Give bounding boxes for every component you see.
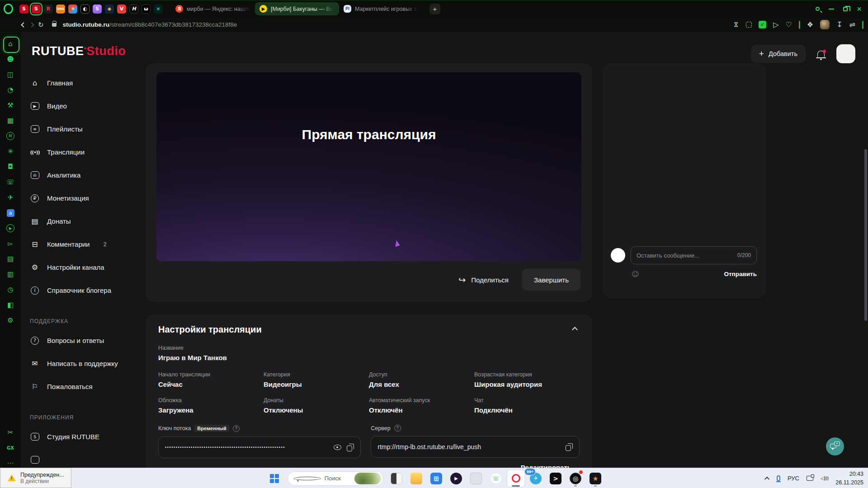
tab-video-mirbi[interactable]: ▶ [Мирби] Бакуганы — Ви bbox=[255, 2, 339, 15]
bookmark-heart-icon[interactable]: ♡ bbox=[786, 20, 792, 29]
emoji-smiley-icon[interactable]: ☺ bbox=[632, 270, 639, 278]
minimize-button[interactable] bbox=[829, 9, 834, 9]
nav-streams[interactable]: ((•)) Трансляции bbox=[27, 141, 145, 164]
support-chat-fab[interactable]: + bbox=[826, 437, 844, 455]
tab-yandex-search[interactable]: Я мирби — Яндекс: нашло bbox=[171, 2, 255, 15]
pinned-s-red-1[interactable]: S bbox=[19, 5, 28, 14]
finish-stream-button[interactable]: Завершить bbox=[522, 269, 580, 291]
player-popout-icon[interactable]: ▷ bbox=[773, 20, 778, 29]
tab-marketplace[interactable]: PI Маркетплейс игровых то bbox=[339, 2, 423, 15]
tune-icon[interactable]: ⇌ bbox=[849, 20, 855, 29]
new-tab-button[interactable]: + bbox=[429, 4, 440, 14]
pin-hourglass-icon[interactable]: ⋈ bbox=[733, 22, 740, 28]
taskbar-terminal[interactable]: > bbox=[547, 470, 564, 487]
chatgpt-icon[interactable]: ✳ bbox=[0, 144, 21, 159]
notifications-bell-icon[interactable] bbox=[817, 51, 825, 57]
browser-search-icon[interactable] bbox=[816, 7, 820, 11]
maximize-button[interactable] bbox=[843, 7, 848, 11]
pinned-five[interactable]: 5 bbox=[93, 5, 102, 14]
taskbar-notes[interactable] bbox=[467, 470, 485, 487]
whatsapp-icon[interactable]: ☏ bbox=[0, 174, 21, 190]
pinned-h[interactable]: H bbox=[129, 5, 138, 14]
opera-gx-logo-icon[interactable] bbox=[4, 4, 13, 14]
stream-key-input[interactable]: ••••••••••••••••••••••••••••••••••••••••… bbox=[158, 436, 361, 458]
url-field[interactable]: studio.rutube.ru/stream/c8b8c407e3673db3… bbox=[63, 21, 237, 28]
volume-icon[interactable]: ◁))) bbox=[821, 475, 828, 481]
extensions-icon[interactable]: ❖ bbox=[807, 20, 813, 29]
history-clock-icon[interactable]: ◷ bbox=[0, 282, 21, 297]
pinned-paw[interactable]: ✳ bbox=[68, 5, 77, 14]
add-button[interactable]: + Добавить bbox=[751, 45, 806, 63]
forward-button[interactable] bbox=[29, 22, 34, 27]
copy-server-icon[interactable] bbox=[566, 443, 573, 451]
taskbar-obs[interactable]: ◎ bbox=[567, 470, 584, 487]
gx-corner-icon[interactable]: GX bbox=[0, 440, 21, 455]
back-button[interactable] bbox=[21, 22, 26, 27]
help-icon[interactable]: ? bbox=[233, 425, 240, 432]
extensions-icon[interactable]: ◧ bbox=[0, 297, 21, 313]
taskbar-whatsapp[interactable]: ☏ bbox=[487, 470, 505, 487]
nav-report[interactable]: ⚐ Пожаловаться bbox=[27, 375, 145, 398]
chat-message-input[interactable]: Оставить сообщение... 0/200 bbox=[631, 246, 757, 264]
pinned-vivaldi[interactable]: V bbox=[117, 5, 126, 14]
nav-playlists[interactable]: ≡ Плейлисты bbox=[27, 117, 145, 141]
telegram-icon[interactable]: ✈ bbox=[0, 190, 21, 205]
nav-channel-settings[interactable]: ⚙ Настройки канала bbox=[27, 256, 145, 279]
nav-comments[interactable]: ⊟ Комментарии 2 bbox=[27, 233, 145, 256]
taskbar-explorer[interactable] bbox=[408, 470, 425, 487]
nav-faq[interactable]: ? Вопросы и ответы bbox=[27, 329, 145, 352]
send-plane-icon[interactable]: ▻ bbox=[0, 236, 21, 251]
downloads-icon[interactable]: ↧ bbox=[836, 20, 842, 29]
cards-icon[interactable]: ▥ bbox=[0, 267, 21, 282]
vr-headset-icon[interactable]: ◫ bbox=[0, 67, 21, 82]
rutube-studio-logo[interactable]: RUTUBE•Studio bbox=[32, 44, 126, 58]
scrollbar-thumb[interactable] bbox=[864, 149, 867, 321]
home-icon[interactable]: ⌂ bbox=[0, 36, 21, 52]
pinned-r[interactable]: R bbox=[44, 5, 53, 14]
taskbar-opera-gx[interactable] bbox=[507, 470, 524, 487]
twitch-icon[interactable]: ◘ bbox=[0, 159, 21, 174]
reload-button[interactable]: ↻ bbox=[38, 21, 44, 29]
m-app-icon[interactable]: M bbox=[0, 128, 21, 144]
profile-avatar[interactable] bbox=[820, 20, 830, 29]
nav-home[interactable]: ⌂ Главная bbox=[27, 71, 145, 94]
cleaner-icon[interactable]: ⚒ bbox=[0, 98, 21, 113]
close-button[interactable]: × bbox=[857, 5, 862, 13]
collapse-chevron-icon[interactable] bbox=[572, 327, 578, 333]
taskbar-telegram[interactable]: ✈ 99+ bbox=[527, 470, 544, 487]
hot-tabs-icon[interactable]: ▦ bbox=[0, 113, 21, 128]
gear-icon[interactable]: ⚙ bbox=[0, 313, 21, 328]
pinned-s-red-selected[interactable]: S bbox=[32, 5, 41, 14]
pinned-omega[interactable]: ω bbox=[142, 5, 151, 14]
player-icon[interactable]: ▶ bbox=[0, 221, 21, 236]
nav-analytics[interactable]: ılı Аналитика bbox=[27, 164, 145, 187]
taskbar-game-app[interactable]: ★ bbox=[587, 470, 604, 487]
messenger-icon[interactable]: ☻ bbox=[0, 52, 21, 67]
pinned-gem[interactable]: ◈ bbox=[105, 5, 114, 14]
microphone-icon[interactable] bbox=[777, 475, 780, 481]
language-indicator[interactable]: РУС bbox=[788, 475, 799, 482]
taskbar-media-player[interactable]: ▶ bbox=[448, 470, 465, 487]
share-button[interactable]: ↪ Поделиться bbox=[458, 275, 509, 285]
network-icon[interactable] bbox=[807, 476, 813, 481]
chat-send-button[interactable]: Отправить bbox=[724, 271, 757, 277]
speedtest-gauge-icon[interactable]: ◔ bbox=[0, 82, 21, 98]
copy-key-icon[interactable] bbox=[347, 444, 354, 451]
start-button[interactable] bbox=[266, 470, 283, 487]
adblock-shield-icon[interactable]: ✓ bbox=[759, 21, 766, 28]
nav-video[interactable]: ▶ Видео bbox=[27, 94, 145, 117]
snip-icon[interactable]: ✂ bbox=[0, 425, 21, 440]
nav-write-support[interactable]: ✉ Написать в поддержку bbox=[27, 352, 145, 375]
server-input[interactable]: rtmp://rtmp-lb.ost.rutube.ru/live_push bbox=[371, 436, 580, 458]
wallet-icon[interactable]: ▤ bbox=[0, 251, 21, 267]
nav-monetization[interactable]: ₽ Монетизация bbox=[27, 187, 145, 210]
pinned-x-teal[interactable]: × bbox=[154, 5, 163, 14]
taskbar-store[interactable]: ⊞ bbox=[428, 470, 445, 487]
snapshot-icon[interactable] bbox=[746, 22, 752, 28]
taskbar-task-view[interactable] bbox=[388, 470, 405, 487]
tray-expand-chevron[interactable] bbox=[764, 476, 769, 481]
user-avatar[interactable] bbox=[836, 44, 855, 63]
clock[interactable]: 20:43 26.11.2025 bbox=[835, 470, 863, 486]
nav-donates[interactable]: ▤ Донаты bbox=[27, 210, 145, 233]
pinned-dns[interactable]: DNS bbox=[56, 5, 65, 14]
